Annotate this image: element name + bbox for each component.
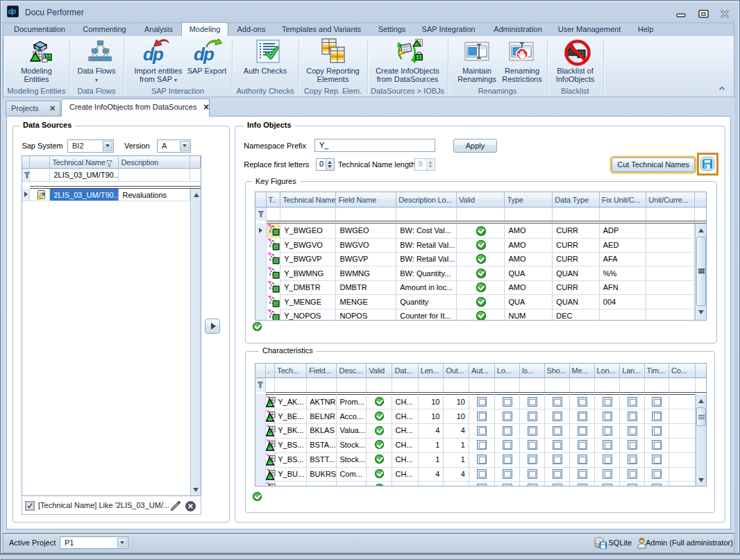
svg-text:dp: dp — [194, 44, 215, 64]
